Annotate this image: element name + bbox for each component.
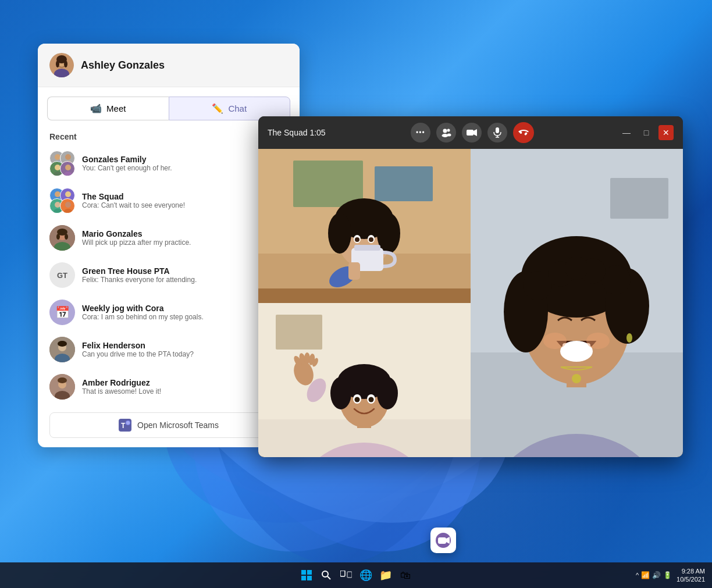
camera-button[interactable] xyxy=(462,123,482,142)
svg-rect-131 xyxy=(307,576,312,580)
svg-point-69 xyxy=(328,213,351,254)
maximize-button[interactable]: □ xyxy=(639,125,654,140)
svg-marker-55 xyxy=(474,129,477,136)
svg-rect-129 xyxy=(307,570,312,575)
meet-tab[interactable]: 📹 Meet xyxy=(47,97,169,120)
svg-rect-54 xyxy=(467,130,474,136)
contact-info: The Squad Cora: Can't wait to see everyo… xyxy=(82,192,288,209)
open-teams-button[interactable]: T Open Microsoft Teams xyxy=(49,412,288,438)
participant-video-1 xyxy=(258,149,471,303)
contact-info: Felix Henderson Can you drive me to the … xyxy=(82,341,288,358)
jog-avatar: 📅 xyxy=(49,300,75,325)
group-avatar-squad xyxy=(49,188,75,213)
svg-rect-76 xyxy=(354,245,380,251)
svg-rect-135 xyxy=(347,572,352,578)
svg-point-23 xyxy=(64,172,72,176)
svg-point-22 xyxy=(65,165,71,170)
svg-point-37 xyxy=(65,234,68,240)
svg-text:T: T xyxy=(121,422,126,430)
more-options-button[interactable]: ••• xyxy=(411,123,430,142)
svg-point-49 xyxy=(126,421,130,425)
svg-point-31 xyxy=(64,209,72,213)
end-call-icon xyxy=(518,129,529,136)
video-cell-top-left xyxy=(258,149,471,303)
taskbar-start-button[interactable] xyxy=(298,567,315,583)
teams-dock-icon[interactable] xyxy=(430,528,456,553)
svg-point-110 xyxy=(601,265,631,294)
taskbar-edge-button[interactable]: 🌐 xyxy=(358,567,374,583)
video-call-window: The Squad 1:05 ••• xyxy=(258,116,683,457)
svg-point-50 xyxy=(443,129,447,133)
taskbar: 🌐 📁 🛍 ^ 📶 🔊 🔋 9:28 AM 10/5/2021 xyxy=(0,562,712,588)
svg-point-74 xyxy=(369,237,373,242)
svg-point-52 xyxy=(447,129,450,132)
svg-rect-130 xyxy=(301,576,306,580)
system-tray-icons: ^ 📶 🔊 🔋 xyxy=(636,571,672,579)
contact-info: Weekly jog with Cora Cora: I am so behin… xyxy=(82,304,288,321)
chat-icon: ✏️ xyxy=(212,103,223,114)
video-cell-bottom-left xyxy=(258,303,471,457)
amber-avatar xyxy=(49,374,75,400)
mic-button[interactable] xyxy=(487,123,507,142)
svg-point-18 xyxy=(65,154,71,160)
participant-video-large xyxy=(471,149,683,457)
svg-point-41 xyxy=(58,341,67,347)
tab-row: 📹 Meet ✏️ Chat xyxy=(47,97,290,120)
participants-button[interactable] xyxy=(436,123,456,142)
svg-rect-60 xyxy=(524,132,528,136)
camera-icon xyxy=(467,129,477,137)
video-grid xyxy=(258,149,683,457)
close-button[interactable]: ✕ xyxy=(658,125,674,140)
chat-panel-header: Ashley Gonzales xyxy=(38,44,300,87)
svg-rect-134 xyxy=(340,571,345,576)
svg-rect-123 xyxy=(438,537,446,544)
svg-point-15 xyxy=(64,60,67,67)
svg-rect-128 xyxy=(301,570,306,575)
svg-point-113 xyxy=(565,256,588,280)
svg-point-119 xyxy=(572,374,581,383)
svg-rect-115 xyxy=(563,343,590,352)
svg-point-45 xyxy=(58,377,67,383)
svg-point-53 xyxy=(447,134,451,137)
contact-info: Amber Rodriguez That is awesome! Love it… xyxy=(82,378,288,395)
participant-video-2 xyxy=(258,303,471,457)
search-icon xyxy=(321,570,332,580)
end-call-button[interactable] xyxy=(513,122,534,143)
svg-rect-102 xyxy=(610,178,668,219)
minimize-button[interactable]: — xyxy=(619,125,634,140)
svg-rect-82 xyxy=(276,315,322,350)
windows-icon xyxy=(301,570,312,580)
taskbar-explorer-button[interactable]: 📁 xyxy=(378,567,394,583)
ashley-avatar-image xyxy=(49,53,74,77)
group-avatar-gonzales xyxy=(49,151,75,176)
svg-point-87 xyxy=(330,377,351,409)
mic-icon xyxy=(493,127,501,138)
taskbar-taskview-button[interactable] xyxy=(338,567,354,583)
svg-point-116 xyxy=(543,333,567,349)
taskbar-store-button[interactable]: 🛍 xyxy=(397,567,414,583)
svg-point-118 xyxy=(626,333,632,343)
svg-point-36 xyxy=(56,234,60,240)
user-avatar xyxy=(49,53,74,77)
taskbar-clock[interactable]: 9:28 AM 10/5/2021 xyxy=(677,567,705,584)
svg-rect-127 xyxy=(440,544,447,546)
participants-icon xyxy=(441,128,451,137)
svg-rect-56 xyxy=(496,127,499,133)
contact-info: Mario Gonzales Will pick up pizza after … xyxy=(82,229,288,247)
video-titlebar: The Squad 1:05 ••• xyxy=(258,116,683,149)
teams-dock-logo xyxy=(433,530,453,550)
meet-icon: 📹 xyxy=(90,103,102,114)
svg-rect-64 xyxy=(375,166,433,201)
teams-icon: T xyxy=(119,419,131,432)
chat-panel-username: Ashley Gonzales xyxy=(81,59,165,72)
taskview-icon xyxy=(340,571,352,580)
svg-point-92 xyxy=(369,397,374,402)
gt-avatar: GT xyxy=(49,262,75,288)
titlebar-controls: — □ ✕ xyxy=(619,125,674,140)
svg-point-88 xyxy=(377,377,398,409)
svg-rect-78 xyxy=(348,262,360,280)
taskbar-search-button[interactable] xyxy=(318,567,334,583)
contact-info: Green Tree House PTA Felix: Thanks every… xyxy=(82,266,288,284)
svg-point-91 xyxy=(355,397,360,402)
svg-point-132 xyxy=(322,571,328,577)
